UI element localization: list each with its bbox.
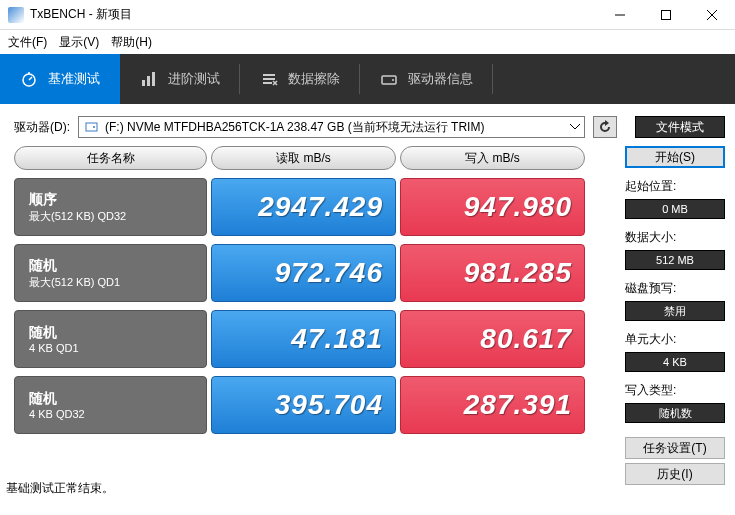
svg-rect-9 bbox=[152, 72, 155, 86]
read-value: 972.746 bbox=[211, 244, 396, 302]
window-title: TxBENCH - 新项目 bbox=[30, 6, 597, 23]
close-icon bbox=[707, 10, 717, 20]
file-mode-button[interactable]: 文件模式 bbox=[635, 116, 725, 138]
close-button[interactable] bbox=[689, 0, 735, 30]
maximize-button[interactable] bbox=[643, 0, 689, 30]
history-button[interactable]: 历史(I) bbox=[625, 463, 725, 485]
svg-rect-12 bbox=[86, 123, 97, 131]
data-size-label: 数据大小: bbox=[625, 229, 725, 246]
stopwatch-icon bbox=[20, 70, 38, 88]
bars-icon bbox=[140, 70, 158, 88]
header-write: 写入 mB/s bbox=[400, 146, 585, 170]
data-size-value[interactable]: 512 MB bbox=[625, 250, 725, 270]
file-mode-label: 文件模式 bbox=[656, 119, 704, 136]
reload-button[interactable] bbox=[593, 116, 617, 138]
tab-benchmark[interactable]: 基准测试 bbox=[0, 54, 120, 104]
row-label-rand-512-qd1: 随机 最大(512 KB) QD1 bbox=[14, 244, 207, 302]
menubar: 文件(F) 显示(V) 帮助(H) bbox=[0, 30, 735, 54]
prefill-label: 磁盘预写: bbox=[625, 280, 725, 297]
tab-label: 驱动器信息 bbox=[408, 70, 473, 88]
write-value: 80.617 bbox=[400, 310, 585, 368]
status-bar: 基础测试正常结束。 bbox=[6, 480, 114, 497]
erase-icon bbox=[260, 70, 278, 88]
start-pos-value[interactable]: 0 MB bbox=[625, 199, 725, 219]
minimize-button[interactable] bbox=[597, 0, 643, 30]
menu-view[interactable]: 显示(V) bbox=[59, 34, 99, 51]
reload-icon bbox=[598, 120, 612, 134]
svg-point-13 bbox=[93, 126, 95, 128]
chevron-down-icon bbox=[570, 124, 580, 130]
task-settings-button[interactable]: 任务设置(T) bbox=[625, 437, 725, 459]
tab-erase[interactable]: 数据擦除 bbox=[240, 54, 360, 104]
table-row: 顺序 最大(512 KB) QD32 2947.429 947.980 bbox=[14, 178, 613, 236]
drive-value: (F:) NVMe MTFDHBA256TCK-1A 238.47 GB (当前… bbox=[105, 119, 484, 136]
drive-small-icon bbox=[85, 121, 101, 133]
read-value: 47.181 bbox=[211, 310, 396, 368]
tab-label: 基准测试 bbox=[48, 70, 100, 88]
write-value: 947.980 bbox=[400, 178, 585, 236]
start-pos-label: 起始位置: bbox=[625, 178, 725, 195]
menu-file[interactable]: 文件(F) bbox=[8, 34, 47, 51]
svg-line-6 bbox=[29, 77, 32, 80]
read-value: 395.704 bbox=[211, 376, 396, 434]
table-row: 随机 4 KB QD1 47.181 80.617 bbox=[14, 310, 613, 368]
write-type-label: 写入类型: bbox=[625, 382, 725, 399]
drive-select[interactable]: (F:) NVMe MTFDHBA256TCK-1A 238.47 GB (当前… bbox=[78, 116, 585, 138]
header-name: 任务名称 bbox=[14, 146, 207, 170]
side-panel: 开始(S) 起始位置: 0 MB 数据大小: 512 MB 磁盘预写: 禁用 单… bbox=[625, 146, 725, 485]
row-label-rand-4k-qd1: 随机 4 KB QD1 bbox=[14, 310, 207, 368]
unit-size-value[interactable]: 4 KB bbox=[625, 352, 725, 372]
read-value: 2947.429 bbox=[211, 178, 396, 236]
row-label-seq-qd32: 顺序 最大(512 KB) QD32 bbox=[14, 178, 207, 236]
write-value: 287.391 bbox=[400, 376, 585, 434]
tab-label: 进阶测试 bbox=[168, 70, 220, 88]
svg-point-11 bbox=[392, 79, 394, 81]
minimize-icon bbox=[615, 10, 625, 20]
svg-rect-8 bbox=[147, 76, 150, 86]
menu-help[interactable]: 帮助(H) bbox=[111, 34, 152, 51]
tab-label: 数据擦除 bbox=[288, 70, 340, 88]
drive-label: 驱动器(D): bbox=[14, 119, 70, 136]
write-type-value[interactable]: 随机数 bbox=[625, 403, 725, 423]
maximize-icon bbox=[661, 10, 671, 20]
tab-driveinfo[interactable]: 驱动器信息 bbox=[360, 54, 493, 104]
svg-rect-1 bbox=[662, 10, 671, 19]
titlebar: TxBENCH - 新项目 bbox=[0, 0, 735, 30]
benchmark-table: 任务名称 读取 mB/s 写入 mB/s 顺序 最大(512 KB) QD32 … bbox=[14, 146, 613, 485]
unit-size-label: 单元大小: bbox=[625, 331, 725, 348]
header-read: 读取 mB/s bbox=[211, 146, 396, 170]
table-row: 随机 4 KB QD32 395.704 287.391 bbox=[14, 376, 613, 434]
row-label-rand-4k-qd32: 随机 4 KB QD32 bbox=[14, 376, 207, 434]
tab-advanced[interactable]: 进阶测试 bbox=[120, 54, 240, 104]
prefill-value[interactable]: 禁用 bbox=[625, 301, 725, 321]
tabbar: 基准测试 进阶测试 数据擦除 驱动器信息 bbox=[0, 54, 735, 104]
svg-rect-7 bbox=[142, 80, 145, 86]
write-value: 981.285 bbox=[400, 244, 585, 302]
table-row: 随机 最大(512 KB) QD1 972.746 981.285 bbox=[14, 244, 613, 302]
drive-icon bbox=[380, 70, 398, 88]
app-icon bbox=[8, 7, 24, 23]
drive-toolbar: 驱动器(D): (F:) NVMe MTFDHBA256TCK-1A 238.4… bbox=[0, 104, 735, 146]
start-button[interactable]: 开始(S) bbox=[625, 146, 725, 168]
